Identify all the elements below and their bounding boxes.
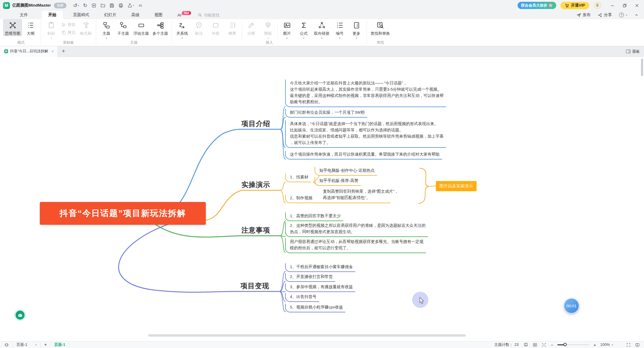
summary-button[interactable]: 概要 [224, 19, 241, 36]
outline-panel-icon[interactable] [523, 343, 528, 347]
fit-to-window-icon[interactable] [533, 343, 537, 347]
mindmap-mode-button[interactable]: 思维导图 [3, 19, 22, 36]
new-file-button[interactable] [91, 3, 96, 8]
mindmap-node[interactable]: 具体来说，“今日话题”就是选择一个当下热门的话题，然后用视频的形式表现出来。 比… [285, 120, 446, 148]
save-button[interactable] [109, 3, 114, 8]
share-button[interactable]: 分享 [598, 12, 612, 18]
boundary-button[interactable]: 外框 [207, 19, 224, 36]
export-button[interactable]: ▾ [127, 3, 134, 8]
member-promo-badge[interactable]: 联合会员大放价 [518, 2, 557, 9]
center-map-icon[interactable] [542, 343, 546, 347]
icon-marker-button[interactable]: 图标 ▾ [260, 19, 276, 39]
open-vip-button[interactable]: 开通VIP [560, 2, 589, 9]
mindmap-node[interactable]: 1、高赞的回答字数不要太少 [285, 212, 343, 221]
comment-button[interactable]: 注释 [243, 19, 260, 36]
page-dropdown[interactable]: 页面-1 ▾ [16, 342, 37, 347]
multiple-topics-icon [157, 22, 164, 29]
zoom-slider[interactable] [557, 343, 589, 347]
branch-label-monetize[interactable]: 项目变现 [241, 281, 269, 291]
mindmap-node[interactable]: 知乎电脑版-创作中心-近期热点 [315, 167, 377, 176]
callout-button[interactable]: 标注 [191, 19, 207, 36]
ai-assistant-button[interactable] [14, 309, 26, 321]
mindmap-node[interactable]: 用户很容易通过评论互动，从而帮助视频获得更多曝光。当账号拥有一定规 模的粉丝后，… [285, 238, 426, 253]
tab-slides[interactable]: 幻灯片 [103, 11, 118, 19]
picture-button[interactable]: 图片 ▾ [279, 19, 295, 39]
mindmap-node[interactable]: 知乎手机版-推荐-高赞 [315, 177, 361, 186]
print-button[interactable] [118, 3, 123, 8]
split-view-icon[interactable] [635, 343, 640, 347]
close-tab-icon[interactable]: × [52, 49, 54, 54]
new-document-tab-button[interactable]: + [62, 48, 65, 54]
formula-button[interactable]: 公式 ▾ [295, 19, 312, 39]
format-painter-button[interactable]: 格式刷 [77, 19, 94, 36]
mindmap-node[interactable]: 财门社群有位会员实操，一个月涨了3W粉 [285, 109, 367, 118]
undo-button[interactable]: ↺▾ [73, 2, 79, 9]
subtopic-button[interactable]: 子主题 [115, 19, 131, 36]
topic-button[interactable]: 主题 ▾ [98, 19, 115, 39]
tab-file[interactable]: 文件 [19, 11, 29, 19]
tab-page-style[interactable]: 页面样式 [72, 11, 90, 19]
mindmap-node[interactable]: 3、参加中视频，有播放量就有收益 [285, 283, 355, 292]
central-topic[interactable]: 抖音“今日话题”项目新玩法拆解 [40, 202, 206, 225]
mindmap-node[interactable]: 这个项目操作简单快速，而且可以快速积累流量。希望我接下来的介绍对大家有帮助 [285, 151, 442, 159]
branch-label-notes[interactable]: 注意事项 [241, 226, 270, 235]
mindmap-node[interactable]: 2、这种类型的视频之所以容易获得用户的青睐，是因为选题贴近大众关注的 热点，同时… [285, 222, 428, 237]
multiple-topics-button[interactable]: 多个主题 [151, 19, 170, 36]
redo-button[interactable]: ↻ [83, 2, 87, 9]
paste-button[interactable]: 粘贴 ▾ [43, 19, 60, 39]
mindmap-node[interactable]: 2、开直播收打赏和带货 [285, 273, 335, 282]
copy-button[interactable]: 拷贝 [60, 29, 77, 37]
help-button[interactable]: ?▾ [619, 13, 627, 17]
mindmap-canvas[interactable]: 抖音“今日话题”项目新玩法拆解 项目介绍 实操演示 注意事项 项目变现 今天给大… [0, 57, 644, 341]
cut-button[interactable]: 剪切 [60, 21, 77, 29]
menu-tabs-row: 文件 开始 页面样式 幻灯片 高级 视图 AI Hot [0, 11, 644, 19]
group-label-topic: 主题 [130, 40, 137, 45]
find-replace-button[interactable]: 查找和替换 [369, 19, 392, 36]
add-page-button[interactable]: + [43, 342, 47, 347]
page-overview-button[interactable] [4, 343, 10, 347]
branch-label-demo[interactable]: 实操演示 [241, 180, 270, 189]
mindmap-node[interactable]: 1、找素材 [285, 174, 311, 182]
bidirectional-link-button[interactable]: 双向链接 ▾ [312, 19, 331, 39]
horizontal-scrollbar[interactable] [148, 334, 466, 337]
mindmap-node[interactable]: 1、千粉后开通橱窗挂小黄车赚佣金 [285, 263, 355, 272]
publish-button[interactable]: 发布 [577, 12, 591, 18]
user-avatar[interactable]: E [594, 2, 601, 9]
numbering-button[interactable]: 编号 ▾ [331, 19, 348, 39]
zoom-slider-knob[interactable] [563, 343, 567, 346]
more-insert-button[interactable]: 更多 ▾ [348, 19, 365, 39]
pages-icon [4, 343, 9, 347]
fullscreen-icon[interactable] [626, 343, 631, 347]
open-file-button[interactable] [100, 3, 105, 8]
tab-home[interactable]: 开始 [42, 11, 63, 19]
floating-topic-button[interactable]: 浮动主题 [131, 19, 151, 36]
mindmap-node[interactable]: 复制高赞回答到剪映里，选择“图文成片”， 再选择“智能匹配表情包”。 [323, 188, 398, 202]
feature-search[interactable] [198, 11, 240, 19]
restore-button[interactable] [622, 3, 627, 8]
relationship-button[interactable]: 关系线 ▾ [174, 19, 191, 39]
tab-view[interactable]: 视图 [153, 11, 164, 19]
search-input[interactable] [204, 13, 240, 17]
scissors-icon [61, 22, 66, 27]
page-tab[interactable]: 页面-1 [54, 342, 66, 347]
collapse-ribbon-button[interactable] [634, 13, 639, 17]
branch-label-intro[interactable]: 项目介绍 [241, 119, 270, 128]
mindmap-node[interactable]: 4、出售抖音号 [285, 293, 319, 302]
zoom-level-dropdown[interactable]: 100% ▾ [600, 343, 613, 347]
close-button[interactable] [635, 3, 639, 8]
vertical-scrollbar[interactable] [641, 59, 643, 76]
minimize-button[interactable] [610, 3, 615, 8]
timer-bubble[interactable]: 00:01 [564, 298, 579, 314]
mindmap-node[interactable]: 今天给大家介绍一个近期在抖音上火爆的新玩法—— “今日话题” 。 这个项目听起来… [285, 80, 446, 107]
zoom-out-button[interactable]: − [551, 342, 553, 347]
panel-toggle[interactable]: 面板 [626, 46, 640, 57]
tab-ai[interactable]: AI Hot [176, 11, 192, 19]
mindmap-node[interactable]: 5、视频挂载小程序赚cps收益 [285, 304, 345, 312]
multiple-topics-label: 多个主题 [152, 31, 168, 36]
outline-mode-button[interactable]: 大纲 [22, 19, 39, 36]
more-tools-button[interactable] [138, 3, 143, 8]
summary-callout[interactable]: 图片以及实操演示 [436, 181, 477, 191]
zoom-in-button[interactable]: + [593, 342, 596, 347]
document-tab[interactable]: 抖音“今日...目玩法拆解 × [0, 46, 58, 57]
tab-advanced[interactable]: 高级 [130, 11, 141, 19]
